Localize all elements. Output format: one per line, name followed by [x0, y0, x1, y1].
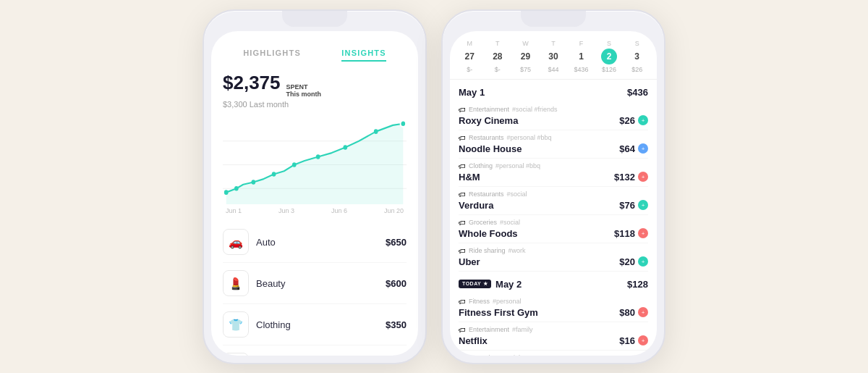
- tx-category-icon: 🏷: [459, 326, 466, 334]
- transaction-item[interactable]: 🏷 Groceries #social Whole Foods $118 +: [459, 215, 648, 243]
- calendar-day[interactable]: W 29 $75: [517, 40, 533, 73]
- tx-row: Verdura $76 +: [459, 200, 648, 211]
- transaction-item[interactable]: 🏷 Groceries #social Whole Foods $32 +: [459, 351, 648, 356]
- tx-meta: 🏷 Entertainment #family: [459, 326, 648, 334]
- category-icon: 💄: [223, 270, 249, 296]
- calendar-day[interactable]: S 2 $126: [601, 40, 617, 73]
- tx-date: May 2: [495, 279, 522, 290]
- spending-chart: [223, 117, 407, 204]
- day-name: T: [551, 40, 556, 47]
- tx-category-icon: 🏷: [459, 247, 466, 255]
- day-name: M: [467, 40, 473, 47]
- category-amount: $650: [386, 237, 407, 248]
- transaction-item[interactable]: 🏷 Entertainment #family Netflix $16 +: [459, 322, 648, 351]
- tx-meta: 🏷 Entertainment #social #friends: [459, 106, 648, 114]
- tabs: HIGHLIGHTS INSIGHTS: [223, 46, 407, 62]
- insights-screen: HIGHLIGHTS INSIGHTS $2,375 SPENT This mo…: [211, 31, 418, 356]
- tx-status-dot: +: [638, 307, 648, 317]
- transactions-screen: M 27 $- T 28 $- W 29 $75 T 30 $44 F 1 $4…: [450, 31, 657, 356]
- category-item: 🎬 Entertainment $300: [223, 345, 407, 355]
- tx-row: Roxy Cinema $26 +: [459, 115, 648, 126]
- transaction-item[interactable]: 🏷 Entertainment #social #friends Roxy Ci…: [459, 102, 648, 130]
- tx-category-name: Groceries: [469, 219, 497, 226]
- tx-amount: $80: [619, 307, 635, 318]
- tx-date-header: May 1 $436: [459, 80, 648, 102]
- tx-category-icon: 🏷: [459, 134, 466, 142]
- transaction-item[interactable]: 🏷 Restaurants #personal #bbq Noodle Hous…: [459, 130, 648, 159]
- day-name: S: [607, 40, 611, 47]
- transaction-list: May 1 $436 🏷 Entertainment #social #frie…: [450, 80, 657, 356]
- calendar-header: M 27 $- T 28 $- W 29 $75 T 30 $44 F 1 $4…: [450, 31, 657, 80]
- tx-category-icon: 🏷: [459, 190, 466, 198]
- notch-right: [521, 11, 586, 27]
- tx-name: Verdura: [459, 200, 493, 211]
- tx-status-dot: +: [638, 200, 648, 210]
- tx-meta: 🏷 Ride sharing #work: [459, 247, 648, 255]
- day-number: 3: [629, 49, 645, 64]
- calendar-day[interactable]: S 3 $26: [629, 40, 645, 73]
- chart-label-3: Jun 6: [331, 207, 347, 214]
- spending-header: $2,375 SPENT This month $3,300 Last mont…: [223, 72, 407, 109]
- day-name: T: [495, 40, 500, 47]
- category-icon: 🚗: [223, 229, 249, 255]
- tx-row: H&M $132 +: [459, 172, 648, 183]
- tx-name: Fitness First Gym: [459, 307, 538, 318]
- calendar-day[interactable]: T 28 $-: [490, 40, 506, 73]
- category-name: Clothing: [256, 319, 378, 330]
- tx-tags: #personal #bbq: [495, 162, 540, 169]
- category-amount: $350: [386, 319, 407, 330]
- tx-category-name: Entertainment: [469, 326, 509, 333]
- tx-status-dot: +: [638, 256, 648, 267]
- tx-category-name: Clothing: [469, 162, 493, 169]
- category-icon: 👕: [223, 311, 249, 338]
- tx-tags: #work: [509, 247, 526, 254]
- day-amount: $44: [548, 66, 558, 73]
- spending-amount: $2,375: [223, 72, 281, 94]
- tx-category-icon: 🏷: [459, 106, 466, 114]
- tx-category-icon: 🏷: [459, 298, 466, 306]
- tx-amount: $132: [614, 172, 635, 183]
- day-amount: $26: [631, 66, 642, 73]
- chart-label-1: Jun 1: [226, 207, 242, 214]
- tx-date-total: $436: [627, 87, 648, 98]
- calendar-day[interactable]: F 1 $436: [574, 40, 590, 73]
- category-amount: $600: [386, 278, 407, 289]
- transaction-item[interactable]: 🏷 Restaurants #social Verdura $76 +: [459, 187, 648, 215]
- tx-meta: 🏷 Groceries #social: [459, 354, 648, 356]
- tx-category-name: Entertainment: [469, 106, 509, 113]
- tx-tags: #social: [500, 219, 520, 226]
- tx-tags: #family: [512, 326, 533, 333]
- tx-category-icon: 🏷: [459, 219, 466, 227]
- tab-highlights[interactable]: HIGHLIGHTS: [243, 46, 301, 62]
- tab-insights[interactable]: INSIGHTS: [341, 46, 386, 62]
- calendar-day[interactable]: M 27 $-: [461, 40, 477, 73]
- tx-name: Roxy Cinema: [459, 115, 518, 126]
- tx-name: Noodle House: [459, 143, 522, 154]
- tx-category-name: Restaurants: [469, 190, 504, 198]
- day-number: 30: [545, 49, 561, 64]
- tx-row: Netflix $16 +: [459, 335, 648, 346]
- transaction-item[interactable]: 🏷 Clothing #personal #bbq H&M $132 +: [459, 159, 648, 187]
- tx-status-dot: +: [638, 172, 648, 182]
- tx-tags: #social: [500, 354, 520, 356]
- tx-amount: $26: [619, 115, 635, 126]
- transaction-item[interactable]: 🏷 Ride sharing #work Uber $20 +: [459, 243, 648, 272]
- today-badge: TODAY ★: [459, 280, 491, 288]
- chart-labels: Jun 1 Jun 3 Jun 6 Jun 20: [223, 207, 407, 214]
- category-list: 🚗 Auto $650 💄 Beauty $600 👕 Clothing $35…: [223, 222, 407, 355]
- tx-name: Netflix: [459, 335, 488, 346]
- tx-row: Noodle House $64 +: [459, 143, 648, 154]
- period-label: This month: [286, 91, 322, 99]
- tx-category-name: Groceries: [469, 354, 497, 356]
- tx-name: H&M: [459, 172, 480, 183]
- tx-category-icon: 🏷: [459, 162, 466, 170]
- category-item: 👕 Clothing $350: [223, 304, 407, 345]
- tx-row: Whole Foods $118 +: [459, 228, 648, 239]
- left-phone-screen: HIGHLIGHTS INSIGHTS $2,375 SPENT This mo…: [211, 31, 418, 356]
- day-number: 28: [490, 49, 506, 64]
- svg-point-11: [401, 120, 407, 127]
- tx-category-name: Fitness: [469, 298, 490, 305]
- transaction-item[interactable]: 🏷 Fitness #personal Fitness First Gym $8…: [459, 294, 648, 322]
- calendar-day[interactable]: T 30 $44: [545, 40, 561, 73]
- day-name: S: [635, 40, 639, 47]
